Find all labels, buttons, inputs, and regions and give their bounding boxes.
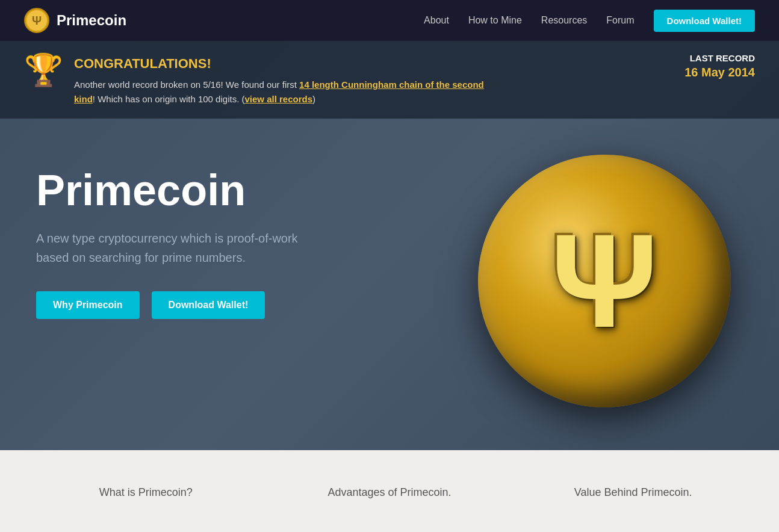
hero-title: Primecoin bbox=[36, 167, 385, 214]
footer-col-1-title: What is Primecoin? bbox=[99, 486, 193, 498]
why-primecoin-button[interactable]: Why Primecoin bbox=[36, 291, 140, 319]
footer-col-2-title: Advantages of Primecoin. bbox=[327, 486, 451, 498]
nav-links: About How to Mine Resources Forum Downlo… bbox=[424, 10, 755, 32]
hero-subtitle: A new type cryptocurrency which is proof… bbox=[36, 229, 325, 267]
footer-col-1: What is Primecoin? bbox=[24, 486, 268, 499]
nav-link-about[interactable]: About bbox=[424, 15, 449, 26]
hero-buttons: Why Primecoin Download Wallet! bbox=[36, 291, 385, 319]
hero-text: Primecoin A new type cryptocurrency whic… bbox=[36, 167, 385, 319]
congrats-prefix: Another world record broken on 5/16! We … bbox=[74, 79, 299, 90]
congrats-suffix: ! Which has on origin with 100 digits. ( bbox=[93, 94, 245, 104]
hero-section: 🏆 CONGRATULATIONS! Another world record … bbox=[0, 41, 779, 450]
congrats-text: CONGRATULATIONS! Another world record br… bbox=[74, 53, 495, 107]
congrats-banner: 🏆 CONGRATULATIONS! Another world record … bbox=[0, 41, 779, 119]
congrats-body: Another world record broken on 5/16! We … bbox=[74, 78, 495, 107]
congrats-right: LAST RECORD 16 May 2014 bbox=[659, 53, 755, 79]
footer-col-2: Advantages of Primecoin. bbox=[268, 486, 512, 499]
nav-download-button[interactable]: Download Wallet! bbox=[654, 10, 755, 32]
navbar: Ψ Primecoin About How to Mine Resources … bbox=[0, 0, 779, 41]
coin-symbol-icon: Ψ bbox=[551, 215, 658, 347]
nav-link-forum[interactable]: Forum bbox=[606, 15, 634, 26]
congrats-title: CONGRATULATIONS! bbox=[74, 53, 495, 74]
brand-name: Primecoin bbox=[57, 12, 126, 29]
brand: Ψ Primecoin bbox=[24, 8, 126, 33]
congrats-close: ) bbox=[312, 94, 315, 104]
nav-link-how-to-mine[interactable]: How to Mine bbox=[468, 15, 522, 26]
primecoin-coin: Ψ bbox=[478, 155, 731, 407]
footer-col-3: Value Behind Primecoin. bbox=[511, 486, 755, 499]
coin-container: Ψ bbox=[466, 131, 743, 431]
last-record-label: LAST RECORD bbox=[659, 53, 755, 63]
footer-section: What is Primecoin? Advantages of Primeco… bbox=[0, 450, 779, 532]
congrats-left: 🏆 CONGRATULATIONS! Another world record … bbox=[24, 53, 495, 107]
nav-link-resources[interactable]: Resources bbox=[541, 15, 587, 26]
svg-text:Ψ: Ψ bbox=[32, 14, 42, 27]
hero-download-button[interactable]: Download Wallet! bbox=[152, 291, 265, 319]
footer-col-3-title: Value Behind Primecoin. bbox=[574, 486, 692, 498]
brand-logo-icon: Ψ bbox=[24, 8, 49, 33]
trophy-icon: 🏆 bbox=[24, 54, 63, 85]
view-records-link[interactable]: view all records bbox=[244, 94, 312, 104]
hero-content: Primecoin A new type cryptocurrency whic… bbox=[0, 119, 779, 444]
last-record-date: 16 May 2014 bbox=[659, 66, 755, 79]
